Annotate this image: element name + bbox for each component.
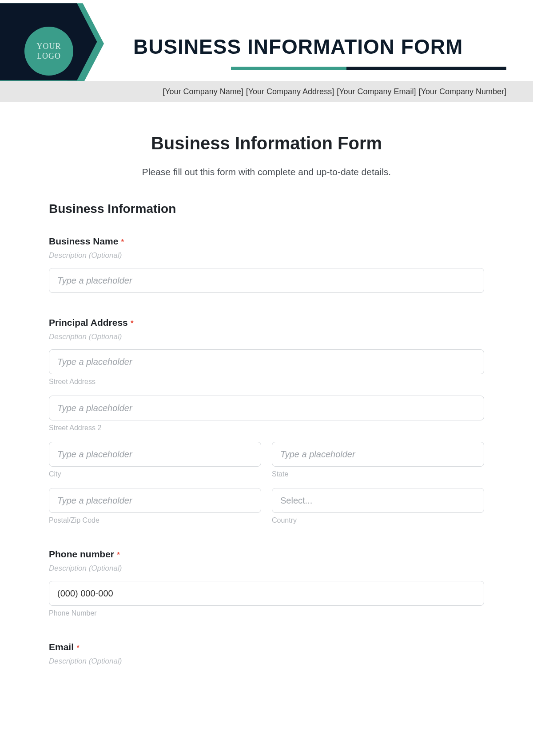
principal-address-desc: Description (Optional) bbox=[49, 332, 484, 341]
logo-circle: YOUR LOGO bbox=[24, 27, 73, 76]
street-address-sublabel: Street Address bbox=[49, 378, 484, 386]
street-address-2-sublabel: Street Address 2 bbox=[49, 424, 484, 432]
required-mark: * bbox=[76, 644, 79, 652]
city-sublabel: City bbox=[49, 470, 261, 478]
banner-title: BUSINESS INFORMATION FORM bbox=[133, 35, 506, 59]
business-name-desc: Description (Optional) bbox=[49, 251, 484, 260]
company-address: [Your Company Address] bbox=[246, 87, 334, 96]
field-email: Email * Description (Optional) bbox=[49, 642, 484, 666]
company-number: [Your Company Number] bbox=[419, 87, 506, 96]
business-name-input[interactable] bbox=[49, 268, 484, 293]
state-sublabel: State bbox=[272, 470, 484, 478]
field-principal-address: Principal Address * Description (Optiona… bbox=[49, 317, 484, 524]
phone-sublabel: Phone Number bbox=[49, 609, 484, 617]
field-business-name: Business Name * Description (Optional) bbox=[49, 236, 484, 293]
logo-text-line2: LOGO bbox=[37, 51, 61, 61]
logo-text-line1: YOUR bbox=[36, 41, 61, 52]
section-heading: Business Information bbox=[49, 202, 484, 216]
street-address-input[interactable] bbox=[49, 349, 484, 374]
country-sublabel: Country bbox=[272, 516, 484, 524]
postal-input[interactable] bbox=[49, 488, 261, 513]
postal-sublabel: Postal/Zip Code bbox=[49, 516, 261, 524]
phone-label: Phone number bbox=[49, 549, 114, 559]
required-mark: * bbox=[121, 238, 124, 246]
country-select[interactable]: Select... bbox=[272, 488, 484, 513]
form-subtitle: Please fill out this form with complete … bbox=[49, 167, 484, 177]
form-body: Business Information Form Please fill ou… bbox=[0, 107, 533, 692]
street-address-2-input[interactable] bbox=[49, 396, 484, 420]
country-select-placeholder: Select... bbox=[280, 496, 312, 506]
business-name-label: Business Name bbox=[49, 236, 118, 246]
field-phone: Phone number * Description (Optional) Ph… bbox=[49, 549, 484, 617]
company-name: [Your Company Name] bbox=[163, 87, 243, 96]
phone-input[interactable] bbox=[49, 581, 484, 606]
required-mark: * bbox=[131, 320, 133, 327]
email-desc: Description (Optional) bbox=[49, 657, 484, 666]
company-info-strip: [Your Company Name] [Your Company Addres… bbox=[0, 81, 533, 102]
title-underline bbox=[231, 67, 506, 71]
principal-address-label: Principal Address bbox=[49, 317, 128, 328]
form-title: Business Information Form bbox=[49, 133, 484, 153]
phone-desc: Description (Optional) bbox=[49, 564, 484, 573]
city-input[interactable] bbox=[49, 442, 261, 467]
header-banner: YOUR LOGO BUSINESS INFORMATION FORM [You… bbox=[0, 0, 533, 107]
required-mark: * bbox=[117, 551, 119, 559]
state-input[interactable] bbox=[272, 442, 484, 467]
email-label: Email bbox=[49, 642, 74, 652]
company-email: [Your Company Email] bbox=[337, 87, 416, 96]
